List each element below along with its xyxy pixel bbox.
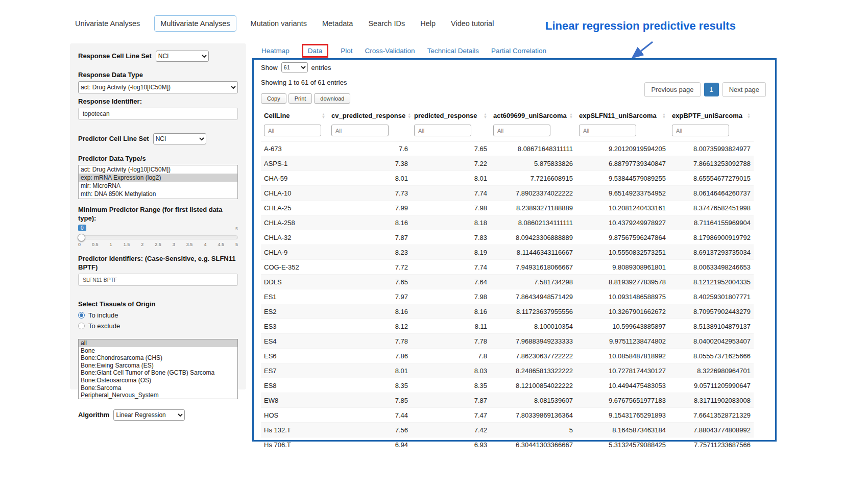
column-header-label: predicted_response [414,112,477,119]
sort-icon[interactable]: ▲▼ [747,113,751,119]
data-type-option-exp-mrna-expression-log2[interactable]: exp: mRNA Expression (log2) [79,174,237,182]
table-row[interactable]: ES38.128.118.10001035410.5996438858978.5… [261,319,754,334]
copy-button[interactable]: Copy [261,93,286,104]
table-row[interactable]: ES47.787.787.968839492333339.97511238474… [261,334,754,349]
table-row[interactable]: CHA-598.018.017.72166089159.538445790892… [261,171,754,186]
data-type-option-act-drug-activity-log10-ic50m[interactable]: act: Drug Activity (-log10[IC50M]) [79,165,237,174]
filter-input-expslfn11-unisarcoma[interactable] [579,125,636,136]
nav-item-mutation-variants[interactable]: Mutation variants [250,16,308,31]
algorithm-row: Algorithm Linear Regression [78,409,238,421]
nav-item-univariate-analyses[interactable]: Univariate Analyses [74,16,141,31]
algorithm-select[interactable]: Linear Regression [113,409,185,421]
cell-value: 8.05557371625666 [669,349,754,363]
cell-value: 8.16 [328,215,411,230]
cell-value: 7.42 [411,423,490,437]
cell-value: 8.71164155969904 [669,215,754,230]
table-row[interactable]: COG-E-3527.727.747.949316180666679.80893… [261,260,754,275]
table-row[interactable]: ES88.358.358.1210085402222210.4494475483… [261,378,754,393]
cell-value: 10.599643885897 [576,319,669,333]
tissue-option-bone-ewing-sarcoma-es[interactable]: Bone:Ewing Sarcoma (ES) [79,362,237,370]
tab-partial-correlation[interactable]: Partial Correlation [491,47,546,55]
data-type-option-mir-microrna[interactable]: mir: MicroRNA [79,182,237,190]
tissue-option-bone[interactable]: Bone [79,347,237,355]
nav-item-video-tutorial[interactable]: Video tutorial [450,16,495,31]
table-row[interactable]: HOS7.447.477.803398691363649.15431765291… [261,408,754,423]
filter-input-act609699-unisarcoma[interactable] [493,125,550,136]
table-row[interactable]: CHLA-98.238.198.1144634311666710.5550832… [261,245,754,260]
data-type-option-mth-dna-850k-methylation[interactable]: mth: DNA 850K Methylation [79,190,237,198]
entries-select[interactable]: 61 [281,62,308,72]
nav-item-multivariate-analyses[interactable]: Multivariate Analyses [154,15,236,32]
response-data-type-select[interactable]: act: Drug Activity (-log10[IC50M]) [78,81,238,93]
sort-desc-icon: ▼ [662,116,666,119]
column-header-predicted-response[interactable]: predicted_response▲▼ [411,108,490,123]
table-row[interactable]: CHLA-327.877.838.094233068888899.8756759… [261,230,754,245]
column-header-expslfn11-unisarcoma[interactable]: expSLFN11_uniSarcoma▲▼ [576,108,669,123]
slider-tick: 0.5 [92,242,99,247]
table-row[interactable]: CHLA-257.997.988.2389327118888910.208124… [261,201,754,215]
cell-value: 8.18 [411,215,490,230]
table-row[interactable]: ES78.018.038.2486581332222210.7278174430… [261,363,754,378]
filter-input-cv-predicted-response[interactable] [331,125,389,136]
filter-input-cellline[interactable] [264,125,321,136]
sort-icon[interactable]: ▲▼ [484,113,487,119]
tissue-option-bone-osteosarcoma-os[interactable]: Bone:Osteosarcoma (OS) [79,377,237,384]
table-row[interactable]: ES28.168.168.1172363795555610.3267901662… [261,304,754,319]
slider-track[interactable] [78,235,238,239]
print-button[interactable]: Print [288,93,312,104]
tab-technical-details[interactable]: Technical Details [427,47,479,55]
column-header-label: CellLine [264,112,290,119]
tab-cross-validation[interactable]: Cross-Validation [365,47,415,55]
column-header-cv-predicted-response[interactable]: cv_predicted_response▲▼ [328,108,411,123]
sort-icon[interactable]: ▲▼ [322,113,325,119]
predictor-cell-line-set-row: Predictor Cell Line Set NCI [78,133,238,144]
filter-input-expbptf-unisarcoma[interactable] [672,125,729,136]
radio-checked-icon [78,312,85,319]
tab-heatmap[interactable]: Heatmap [261,47,290,55]
table-row[interactable]: CHLA-2588.168.188.0860213411111110.43792… [261,215,754,230]
table-row[interactable]: DDLS7.657.647.5817342988.819392778395788… [261,275,754,289]
table-row[interactable]: ES67.867.87.8623063772222210.08584878189… [261,349,754,363]
tissue-include-radio[interactable]: To include [78,311,238,319]
column-header-cellline[interactable]: CellLine▲▼ [261,108,328,123]
column-header-label: expSLFN11_uniSarcoma [579,112,657,119]
predictor-cell-line-set-select[interactable]: NCI [153,133,206,144]
column-header-expbptf-unisarcoma[interactable]: expBPTF_uniSarcoma▲▼ [669,108,754,123]
sort-icon[interactable]: ▲▼ [662,113,666,119]
nav-item-help[interactable]: Help [419,16,437,31]
tab-plot[interactable]: Plot [341,47,352,55]
tissue-option-all[interactable]: all [79,339,237,347]
table-row[interactable]: CHLA-107.737.747.890233740222229.6514923… [261,186,754,201]
cell-value: 8.12 [328,319,411,333]
tissue-option-peripheral-nervous-system[interactable]: Peripheral_Nervous_System [79,392,237,399]
tissue-exclude-radio[interactable]: To exclude [78,322,238,330]
cell-name: ES8 [261,378,328,393]
next-page-button[interactable]: Next page [722,82,766,97]
filter-cell [261,125,328,136]
tissue-option-bone-giant-cell-tumor-of-bone-gctb-sarcoma[interactable]: Bone:Giant Cell Tumor of Bone (GCTB) Sar… [79,369,237,377]
table-row[interactable]: ASPS-17.387.225.8758338266.8879773934084… [261,156,754,171]
filter-input-predicted-response[interactable] [414,125,471,136]
nav-item-metadata[interactable]: Metadata [321,16,354,31]
response-cell-line-set-select[interactable]: NCI [156,51,209,62]
table-row[interactable]: ES17.977.987.8643494857142910.0931486588… [261,289,754,304]
table-row[interactable]: Hs 706.T6.946.936.304413033666675.313245… [261,437,754,452]
previous-page-button[interactable]: Previous page [644,82,700,97]
table-row[interactable]: A-6737.67.658.086716483111119.2012091959… [261,141,754,156]
cell-value: 8.70957902443279 [669,304,754,319]
tab-data[interactable]: Data [302,44,329,58]
predictor-identifiers-input[interactable] [78,274,238,286]
page-number-active[interactable]: 1 [704,83,719,96]
sort-icon[interactable]: ▲▼ [569,113,573,119]
response-identifier-input[interactable] [78,108,238,120]
download-button[interactable]: download [314,93,350,104]
cell-value: 5.875833826 [490,156,576,170]
column-header-act609699-unisarcoma[interactable]: act609699_uniSarcoma▲▼ [490,108,576,123]
table-row[interactable]: Hs 132.T7.567.4258.16458734631847.880437… [261,423,754,437]
pagination: Previous page 1 Next page [644,82,766,97]
tissue-option-bone-chondrosarcoma-chs[interactable]: Bone:Chondrosarcoma (CHS) [79,354,237,362]
nav-item-search-ids[interactable]: Search IDs [367,16,406,31]
tissue-option-bone-sarcoma[interactable]: Bone:Sarcoma [79,384,237,392]
slider-handle[interactable] [78,234,85,241]
table-row[interactable]: EW87.857.878.0815396079.676756519771838.… [261,393,754,408]
